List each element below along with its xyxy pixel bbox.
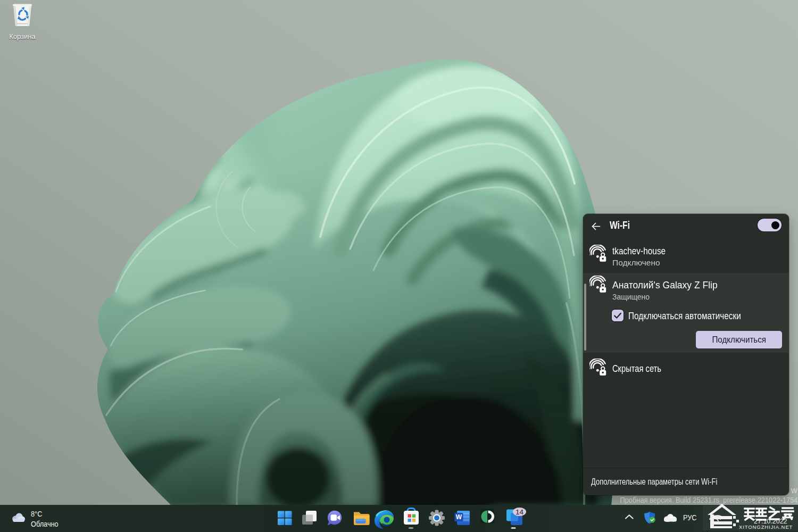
svg-text:14: 14 (516, 508, 524, 516)
svg-text:XITONGZHIJIA.NET: XITONGZHIJIA.NET (739, 524, 793, 530)
svg-text:W: W (456, 513, 462, 521)
